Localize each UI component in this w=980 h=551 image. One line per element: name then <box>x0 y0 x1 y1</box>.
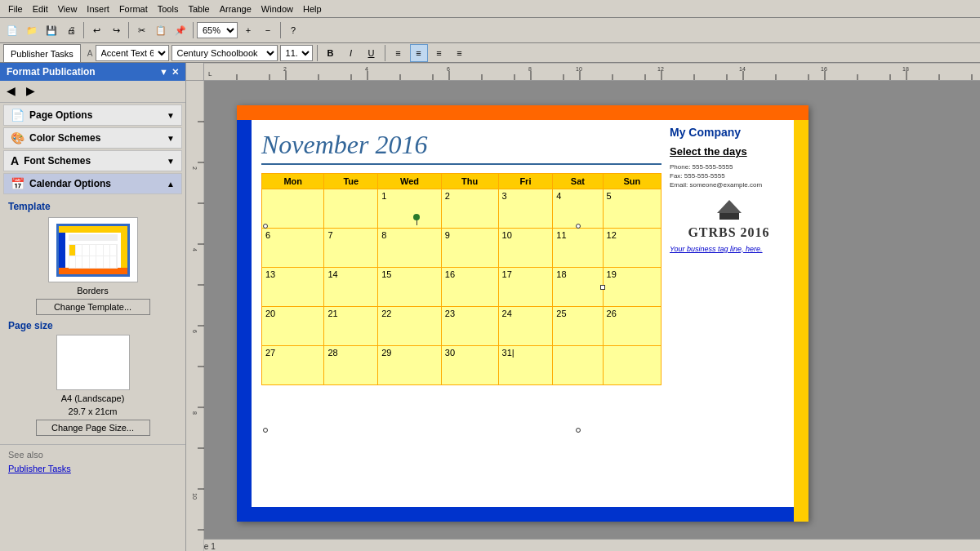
cell-3: 3 <box>498 189 553 229</box>
col-mon: Mon <box>262 174 324 189</box>
menu-arrange[interactable]: Arrange <box>215 2 256 16</box>
zoom-in-btn[interactable]: + <box>239 21 257 39</box>
cell-14: 14 <box>324 268 378 307</box>
page-options-header[interactable]: 📄 Page Options ▼ <box>3 104 182 126</box>
toolbar-row-1: 📄 📁 💾 🖨 ↩ ↪ ✂ 📋 📌 65% + − ? <box>3 20 977 41</box>
panel-collapse-icon[interactable]: ▼ <box>159 67 168 78</box>
ruler-horizontal: L 2 4 6 8 10 <box>204 63 980 81</box>
align-left-btn[interactable]: ≡ <box>390 44 408 62</box>
color-schemes-header[interactable]: 🎨 Color Schemes ▼ <box>3 127 182 149</box>
handle-tl <box>263 224 268 229</box>
email: Email: someone@example.com <box>670 180 788 189</box>
cell-24: 24 <box>498 307 553 346</box>
menu-file[interactable]: File <box>3 2 28 16</box>
cell-empty-4 <box>603 346 661 385</box>
panel-icon-row: ◀ ▶ <box>0 81 185 103</box>
zoom-out-btn[interactable]: − <box>259 21 277 39</box>
col-thu: Thu <box>441 174 498 189</box>
svg-text:8: 8 <box>528 66 532 72</box>
paste-btn[interactable]: 📌 <box>172 21 189 39</box>
selection-handle-mid-right <box>600 285 605 290</box>
svg-text:4: 4 <box>365 66 368 72</box>
copy-btn[interactable]: 📋 <box>152 21 170 39</box>
font-dropdown[interactable]: Century Schoolbook <box>172 45 278 61</box>
panel-close-icon[interactable]: ✕ <box>172 67 179 78</box>
open-btn[interactable]: 📁 <box>23 21 41 39</box>
underline-btn[interactable]: U <box>363 44 381 62</box>
sep3 <box>193 22 194 38</box>
panel-title: Format Publication <box>7 66 96 78</box>
zoom-dropdown[interactable]: 65% <box>197 22 238 38</box>
table-row: 20 21 22 23 24 25 26 <box>262 307 662 346</box>
new-btn[interactable]: 📄 <box>3 21 21 39</box>
help-btn[interactable]: ? <box>284 21 302 39</box>
justify-btn[interactable]: ≡ <box>451 44 469 62</box>
change-page-size-btn[interactable]: Change Page Size... <box>36 420 150 436</box>
calendar-options-icon: 📅 <box>11 177 24 190</box>
menu-edit[interactable]: Edit <box>28 2 53 16</box>
company-name: My Company <box>670 126 788 139</box>
cell-29: 29 <box>378 346 442 385</box>
save-btn[interactable]: 💾 <box>42 21 60 39</box>
canvas-area[interactable]: L 2 4 6 8 10 <box>186 63 980 551</box>
cell-empty-3 <box>553 346 603 385</box>
align-center-btn[interactable]: ≡ <box>410 44 428 62</box>
panel-forward-icon[interactable]: ▶ <box>26 84 41 99</box>
align-right-btn[interactable]: ≡ <box>430 44 448 62</box>
accent-dropdown[interactable]: Accent Text 6 <box>96 45 169 61</box>
ruler-corner <box>186 63 204 81</box>
canvas-content[interactable]: November 2016 Mon Tue Wed Thu Fri <box>204 81 980 551</box>
cut-btn[interactable]: ✂ <box>132 21 150 39</box>
status-bar: Page 1 <box>186 539 980 551</box>
menu-tools[interactable]: Tools <box>153 2 184 16</box>
svg-rect-42 <box>186 81 204 551</box>
svg-text:L: L <box>208 70 212 78</box>
template-name: Borders <box>8 286 177 295</box>
svg-text:10: 10 <box>192 493 198 500</box>
cell-7: 7 <box>324 229 378 268</box>
undo-btn[interactable]: ↩ <box>87 21 105 39</box>
menu-insert[interactable]: Insert <box>82 2 114 16</box>
fax: Fax: 555-555-5555 <box>670 171 788 180</box>
font-schemes-header[interactable]: A Font Schemes ▼ <box>3 150 182 171</box>
sep1 <box>83 22 84 38</box>
see-also-section: See also Publisher Tasks <box>0 444 185 479</box>
tab-bar: Publisher Tasks A Accent Text 6 Century … <box>0 43 980 63</box>
handle-bl <box>263 428 268 433</box>
menu-window[interactable]: Window <box>256 2 298 16</box>
page-size-label: Page size <box>8 320 177 331</box>
redo-btn[interactable]: ↪ <box>107 21 125 39</box>
menu-bar: File Edit View Insert Format Tools Table… <box>0 0 980 18</box>
cell-empty-1 <box>262 189 324 229</box>
tab-publisher-tasks[interactable]: Publisher Tasks <box>3 44 81 62</box>
handle-tr <box>576 224 581 229</box>
font-size-dropdown[interactable]: 11.7 <box>280 45 313 61</box>
calendar-title: November 2016 <box>261 130 662 165</box>
handle-br <box>576 428 581 433</box>
calendar-options-header[interactable]: 📅 Calendar Options ▲ <box>3 173 182 194</box>
publisher-tasks-link[interactable]: Publisher Tasks <box>8 464 71 473</box>
change-template-btn[interactable]: Change Template... <box>36 299 150 315</box>
menu-table[interactable]: Table <box>183 2 214 16</box>
contact-info: Phone: 555-555-5555 Fax: 555-555-5555 Em… <box>670 162 788 190</box>
right-sidebar: My Company Select the days Phone: 555-55… <box>670 126 788 497</box>
page-options-label: Page Options <box>29 109 92 121</box>
cell-13: 13 <box>262 268 324 307</box>
bold-btn[interactable]: B <box>322 44 340 62</box>
toolbar-area: 📄 📁 💾 🖨 ↩ ↪ ✂ 📋 📌 65% + − ? <box>0 18 980 43</box>
cell-empty-2 <box>324 189 378 229</box>
menu-format[interactable]: Format <box>114 2 153 16</box>
svg-text:4: 4 <box>192 248 198 251</box>
font-schemes-arrow: ▼ <box>167 157 175 166</box>
border-corner-bl <box>237 507 252 522</box>
cell-1: 1 <box>378 189 442 229</box>
italic-btn[interactable]: I <box>342 44 360 62</box>
menu-view[interactable]: View <box>53 2 82 16</box>
svg-text:2: 2 <box>192 167 198 170</box>
panel-back-icon[interactable]: ◀ <box>7 84 21 99</box>
menu-help[interactable]: Help <box>298 2 327 16</box>
svg-rect-0 <box>204 63 980 81</box>
col-tue: Tue <box>324 174 378 189</box>
svg-text:10: 10 <box>576 66 582 72</box>
print-btn[interactable]: 🖨 <box>62 21 80 39</box>
